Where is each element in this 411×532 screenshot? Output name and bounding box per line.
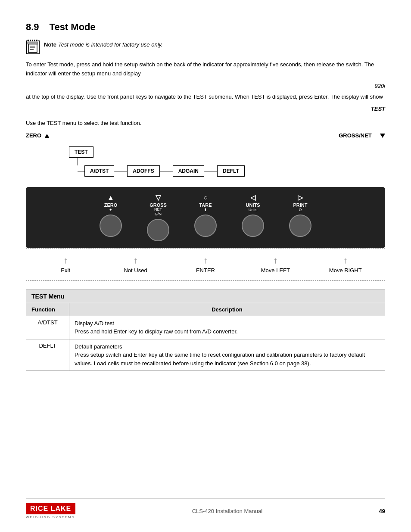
key-zero: ▲ ZERO ✦ — [87, 194, 134, 241]
tare-key-name: TARE — [199, 202, 212, 208]
table-title-row: TEST Menu — [26, 289, 385, 303]
note-content: Test mode is intended for factory use on… — [58, 41, 163, 48]
annotation-box: ↑ Exit ↑ Not Used ↑ ENTER ↑ Move LEFT ↑ … — [26, 248, 385, 281]
col-header-function: Function — [26, 303, 69, 316]
logo-sub: WEIGHING SYSTEMS — [26, 515, 75, 519]
desc-adtst: Display A/D test Press and hold Enter ke… — [69, 316, 385, 339]
footer-logo: RICE LAKE WEIGHING SYSTEMS — [26, 503, 75, 519]
zero-arrow-symbol: ▲ — [107, 194, 114, 202]
section-heading: Test Mode — [50, 22, 96, 33]
model-ref: 920i — [26, 83, 385, 89]
flow-box-adgain: ADGAIN — [173, 165, 204, 177]
zero-key-sub: ✦ — [109, 208, 112, 212]
flow-diagram: TEST A/DTST ADOFFS ADGAIN — [26, 146, 385, 177]
enter-arrow: ↑ — [203, 255, 208, 265]
grossnet-key-label: GROSS/NET — [339, 132, 385, 139]
tare-arrow-symbol: ○ — [203, 194, 208, 202]
table-row-deflt: DEFLT Default parameters Press setup swi… — [26, 339, 385, 371]
model-name: 920i — [374, 83, 385, 89]
grossnet-triangle-down — [380, 134, 385, 138]
note-text: NoteTest mode is intended for factory us… — [44, 40, 163, 49]
zero-button[interactable] — [100, 215, 122, 237]
annotation-moveright: ↑ Move RIGHT — [322, 255, 369, 274]
moveleft-arrow: ↑ — [273, 255, 277, 265]
body-text-2: at the top of the display. Use the front… — [26, 93, 385, 102]
zero-key-name: ZERO — [104, 202, 118, 208]
logo-text: RICE LAKE — [26, 503, 75, 514]
table-title: TEST Menu — [26, 289, 385, 303]
notused-label: Not Used — [124, 267, 147, 274]
key-grossnet: ▽ GROSS NET G/N — [134, 194, 182, 241]
test-label-right: TEST — [26, 106, 385, 112]
flow-box-adoffs: ADOFFS — [127, 165, 159, 177]
desc-deflt-title: Default parameters — [75, 342, 380, 351]
print-arrow-symbol: ▷ — [298, 194, 303, 202]
desc-adtst-detail: Press and hold Enter key to display raw … — [75, 327, 380, 336]
footer-manual: CLS-420 Installation Manual — [192, 508, 262, 514]
flow-box-test: TEST — [69, 146, 93, 158]
enter-label: ENTER — [196, 267, 215, 274]
note-icon — [26, 40, 40, 54]
grossnet-arrow-symbol: ▽ — [156, 194, 161, 202]
desc-deflt: Default parameters Press setup switch an… — [69, 339, 385, 371]
key-units: ◁ UNITS Units — [229, 194, 277, 241]
grossnet-key-sub: G/N — [155, 212, 162, 216]
flow-box-deflt: DEFLT — [217, 165, 245, 177]
units-arrow-symbol: ◁ — [250, 194, 255, 202]
key-print: ▷ PRINT Ω — [277, 194, 324, 241]
annotation-enter: ↑ ENTER — [182, 255, 229, 274]
keyboard-section: ▲ ZERO ✦ ▽ GROSS NET G/N ○ — [26, 187, 385, 281]
func-adtst: A/DTST — [26, 316, 69, 339]
grossnet-button[interactable] — [147, 219, 169, 241]
section-title: 8.9 Test Mode — [26, 22, 385, 33]
exit-label: Exit — [61, 267, 70, 274]
note-label: Note — [44, 41, 56, 48]
svg-rect-0 — [28, 44, 37, 53]
print-key-name: PRINT — [293, 202, 308, 208]
zero-key-label: ZERO — [26, 132, 50, 139]
annotation-notused: ↑ Not Used — [112, 255, 159, 274]
footer-page: 49 — [379, 508, 385, 514]
footer: RICE LAKE WEIGHING SYSTEMS CLS-420 Insta… — [26, 498, 385, 519]
tare-key-sub: ⬆ — [204, 208, 207, 212]
tare-button[interactable] — [194, 215, 217, 237]
units-key-sub: Units — [249, 208, 258, 212]
print-key-sub: Ω — [299, 208, 302, 212]
test-ref: TEST — [371, 106, 385, 112]
table-row-adtst: A/DTST Display A/D test Press and hold E… — [26, 316, 385, 339]
note-block: NoteTest mode is intended for factory us… — [26, 40, 385, 54]
annotation-exit: ↑ Exit — [42, 255, 89, 274]
annotation-moveleft: ↑ Move LEFT — [252, 255, 299, 274]
moveright-label: Move RIGHT — [329, 267, 362, 274]
body-text-1: To enter Test mode, press and hold the s… — [26, 60, 385, 78]
key-tare: ○ TARE ⬆ — [182, 194, 229, 241]
moveleft-label: Move LEFT — [261, 267, 290, 274]
flow-box-adtst: A/DTST — [84, 165, 114, 177]
table-header-row: Function Description — [26, 303, 385, 316]
desc-adtst-title: Display A/D test — [75, 319, 380, 328]
units-button[interactable] — [242, 215, 264, 237]
zero-triangle-up — [44, 134, 50, 138]
moveright-arrow: ↑ — [343, 255, 348, 265]
notused-arrow: ↑ — [134, 255, 138, 265]
col-header-description: Description — [69, 303, 385, 316]
func-deflt: DEFLT — [26, 339, 69, 371]
svg-rect-4 — [28, 42, 38, 44]
units-key-name: UNITS — [246, 202, 260, 208]
exit-arrow: ↑ — [63, 255, 68, 265]
print-button[interactable] — [289, 215, 311, 237]
body-text-3: Use the TEST menu to select the test fun… — [26, 119, 385, 128]
test-table: TEST Menu Function Description A/DTST Di… — [26, 289, 385, 371]
keyboard-panel: ▲ ZERO ✦ ▽ GROSS NET G/N ○ — [26, 187, 385, 248]
net-key-name: NET — [154, 208, 162, 212]
desc-deflt-detail: Press setup switch and Enter key at the … — [75, 351, 380, 367]
section-number: 8.9 — [26, 22, 39, 33]
key-labels-row: ZERO GROSS/NET — [26, 132, 385, 139]
